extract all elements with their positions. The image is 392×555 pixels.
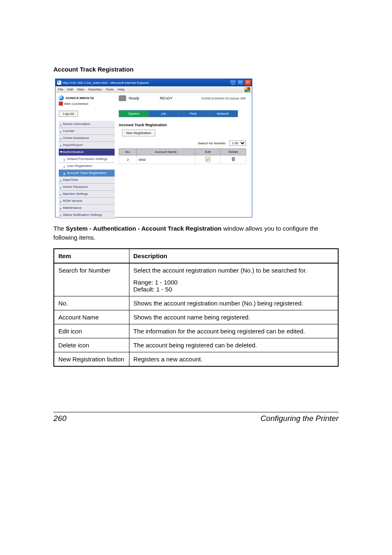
nav-machine-settings[interactable]: Machine Settings bbox=[59, 191, 115, 198]
grid-head-edit: Edit bbox=[195, 149, 221, 155]
menubar: File Edit View Favorites Tools Help bbox=[55, 86, 252, 93]
titlebar: http://192.168.1.2/a_index.html - Micros… bbox=[55, 79, 252, 86]
nav-online-assistance[interactable]: Online Assistance bbox=[59, 135, 115, 142]
windows-flag-icon bbox=[244, 87, 250, 92]
desc-item: New Registration button bbox=[54, 352, 129, 366]
nav-rom-version[interactable]: ROM Version bbox=[59, 198, 115, 205]
pagescope-label: Web Connection bbox=[64, 102, 88, 106]
tab-print[interactable]: Print bbox=[179, 111, 208, 117]
account-grid: No. Account Name Edit Delete 2 0002 bbox=[119, 148, 246, 164]
desc-text: The account being registered can be dele… bbox=[129, 338, 338, 352]
trash-icon[interactable] bbox=[231, 159, 236, 162]
desc-text: Select the account registration number (… bbox=[129, 263, 338, 296]
nav-admin-password[interactable]: Admin Password bbox=[59, 184, 115, 191]
nav-device-info[interactable]: Device Information bbox=[59, 121, 115, 128]
table-row: Edit icon The information for the accoun… bbox=[54, 324, 338, 338]
brand-name: KONICA MINOLTA bbox=[66, 96, 94, 100]
desc-main: Select the account registration number (… bbox=[134, 267, 307, 274]
table-row: New Registration button Registers a new … bbox=[54, 352, 338, 366]
nav-maintenance[interactable]: Maintenance bbox=[59, 205, 115, 212]
maximize-button[interactable]: □ bbox=[237, 80, 244, 86]
nav-counter[interactable]: Counter bbox=[59, 128, 115, 135]
km-logo-icon bbox=[59, 95, 64, 100]
desc-text: The information for the account being re… bbox=[129, 324, 338, 338]
tab-system[interactable]: System bbox=[119, 111, 149, 117]
desc-head-item: Item bbox=[54, 249, 129, 263]
menu-tools[interactable]: Tools bbox=[106, 88, 114, 91]
desc-text: Registers a new account. bbox=[129, 352, 338, 366]
grid-head-no: No. bbox=[119, 149, 137, 155]
window-buttons: _ □ × bbox=[230, 80, 251, 86]
table-row: Delete icon The account being registered… bbox=[54, 338, 338, 352]
printer-icon bbox=[119, 95, 126, 101]
nav-user-registration[interactable]: User Registration bbox=[59, 163, 115, 170]
ie-icon bbox=[57, 81, 61, 85]
grid-head-delete: Delete bbox=[221, 149, 246, 155]
right-column: Ready READY KONICA MINOLTA bizhub 40P Sy… bbox=[117, 93, 252, 217]
table-row: Search for Number Select the account reg… bbox=[54, 263, 338, 296]
desc-text: Shows the account registration number (N… bbox=[129, 296, 338, 310]
edit-icon[interactable] bbox=[205, 157, 210, 162]
status-ready-small: Ready bbox=[129, 96, 139, 100]
desc-text: Shows the account name being registered. bbox=[129, 310, 338, 324]
left-column: KONICA MINOLTA Web Connection Log out De… bbox=[55, 93, 117, 217]
nav-status-notification[interactable]: Status Notification Settings bbox=[59, 212, 115, 219]
cell-delete bbox=[221, 155, 246, 164]
caption-pre: The bbox=[53, 225, 66, 232]
section-title: Account Track Registration bbox=[53, 66, 339, 73]
minimize-button[interactable]: _ bbox=[230, 80, 236, 86]
search-label: Search for Number bbox=[198, 141, 226, 145]
side-nav: Device Information Counter Online Assist… bbox=[59, 121, 115, 219]
desc-item: Delete icon bbox=[54, 338, 129, 352]
nav-account-track-registration[interactable]: Account Track Registration bbox=[59, 170, 115, 177]
page-number: 260 bbox=[53, 414, 67, 423]
search-select[interactable]: 1-50 bbox=[229, 141, 246, 146]
menu-favorites[interactable]: Favorites bbox=[88, 88, 102, 91]
table-row: No. Shows the account registration numbe… bbox=[54, 296, 338, 310]
cell-no: 2 bbox=[119, 155, 137, 164]
menu-view[interactable]: View bbox=[77, 88, 84, 91]
cell-name: 0002 bbox=[137, 155, 195, 164]
window-title: http://192.168.1.2/a_index.html - Micros… bbox=[62, 81, 149, 85]
table-row: 2 0002 bbox=[119, 155, 246, 164]
status-ready-big: READY bbox=[160, 96, 173, 100]
tab-network[interactable]: Network bbox=[208, 111, 238, 117]
browser-window: http://192.168.1.2/a_index.html - Micros… bbox=[55, 79, 252, 217]
grid-head-name: Account Name bbox=[137, 149, 195, 155]
figure-caption: The System - Authentication - Account Tr… bbox=[53, 224, 339, 242]
desc-item: Account Name bbox=[54, 310, 129, 324]
nav-import-export[interactable]: Import/Export bbox=[59, 142, 115, 149]
panel-title: Account Track Registration bbox=[119, 123, 246, 127]
logout-button[interactable]: Log out bbox=[59, 111, 78, 117]
close-button[interactable]: × bbox=[244, 80, 251, 86]
desc-item: No. bbox=[54, 296, 129, 310]
caption-bold: System - Authentication - Account Track … bbox=[66, 225, 221, 232]
nav-default-permission[interactable]: Default Permission Settings bbox=[59, 156, 115, 163]
menu-file[interactable]: File bbox=[58, 88, 63, 91]
table-row: Account Name Shows the account name bein… bbox=[54, 310, 338, 324]
tabs: System Job Print Network bbox=[119, 110, 238, 117]
new-registration-button[interactable]: New Registration bbox=[122, 130, 155, 136]
device-name: KONICA MINOLTA bizhub 40P bbox=[201, 97, 246, 100]
cell-edit bbox=[195, 155, 221, 164]
description-table: Item Description Search for Number Selec… bbox=[53, 248, 339, 367]
page-footer: 260 Configuring the Printer bbox=[53, 412, 339, 423]
pagescope-icon bbox=[59, 102, 63, 106]
desc-head-desc: Description bbox=[129, 249, 338, 263]
nav-date-time[interactable]: Date/Time bbox=[59, 177, 115, 184]
desc-extra: Range: 1 - 1000 Default: 1 - 50 bbox=[134, 279, 334, 293]
menu-edit[interactable]: Edit bbox=[67, 88, 73, 91]
nav-authentication[interactable]: Authentication bbox=[59, 149, 115, 156]
menu-help[interactable]: Help bbox=[118, 88, 124, 91]
desc-item: Search for Number bbox=[54, 263, 129, 296]
page-title: Configuring the Printer bbox=[261, 414, 339, 423]
tab-job[interactable]: Job bbox=[149, 111, 178, 117]
desc-item: Edit icon bbox=[54, 324, 129, 338]
